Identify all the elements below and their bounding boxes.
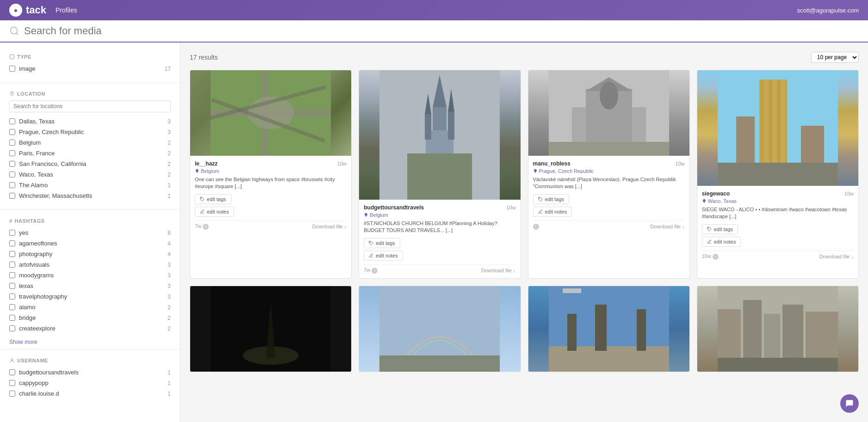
card-3-location: Prague, Czech Republic	[533, 168, 685, 174]
username-budgettoursandtravels[interactable]: budgettoursandtravels 1	[9, 367, 171, 378]
type-image-item[interactable]: image 17	[9, 63, 171, 74]
hashtag-createexplore[interactable]: createexplore 2	[9, 323, 171, 334]
logo-text: tack	[26, 4, 46, 16]
location-pin-icon-2	[364, 213, 368, 217]
hashtag-bridge[interactable]: bridge 2	[9, 312, 171, 323]
location-sf-checkbox[interactable]	[9, 161, 15, 167]
username-cappy-checkbox[interactable]	[9, 380, 15, 386]
location-paris[interactable]: Paris, France 2	[9, 148, 171, 159]
location-winchester[interactable]: Winchester, Massachusetts 1	[9, 190, 171, 201]
username-charlie[interactable]: charlie.louise.d 1	[9, 388, 171, 399]
username-cappypopp[interactable]: cappypopp 1	[9, 378, 171, 388]
type-image-count: 17	[165, 66, 171, 72]
user-email: scott@agorapulse.com	[797, 7, 859, 14]
card-1-body: le__hazz 10w Belgium One can see the Bel…	[190, 156, 351, 234]
card-1-user-row: le__hazz 10w	[195, 160, 347, 167]
hashtag-texas-checkbox[interactable]	[9, 283, 15, 289]
hashtag-travelphotography[interactable]: travelphotography 3	[9, 291, 171, 302]
logo-icon: ●	[9, 4, 22, 17]
svg-point-0	[11, 27, 18, 34]
hashtag-bridge-checkbox[interactable]	[9, 315, 15, 321]
notes-icon-2	[369, 253, 373, 258]
card-3-edit-notes-button[interactable]: edit notes	[533, 207, 572, 217]
card-3-edit-tags-button[interactable]: edit tags	[533, 194, 570, 204]
card-1-edit-tags-button[interactable]: edit tags	[195, 194, 231, 204]
card-2-time: 10w	[506, 205, 515, 210]
card-6	[359, 286, 521, 372]
card-2-edit-tags-button[interactable]: edit tags	[364, 238, 400, 248]
svg-rect-2	[10, 55, 14, 59]
hashtag-agameoftones-checkbox[interactable]	[9, 240, 15, 246]
location-prague-checkbox[interactable]	[9, 129, 15, 135]
hashtag-artofvisuals[interactable]: artofvisuals 3	[9, 259, 171, 270]
location-pin-icon	[195, 169, 199, 173]
type-section: TYPE image 17	[0, 49, 180, 79]
logo: ● tack	[9, 4, 46, 17]
location-waco[interactable]: Waco, Texas 2	[9, 169, 171, 180]
notes-icon	[200, 209, 205, 214]
hashtag-yes-checkbox[interactable]	[9, 230, 15, 236]
card-3-download[interactable]: Download file ↓	[650, 224, 685, 229]
hashtag-photography[interactable]: photography 4	[9, 249, 171, 259]
hashtag-travelphotography-checkbox[interactable]	[9, 294, 15, 300]
location-alamo[interactable]: The Alamo 1	[9, 180, 171, 190]
chat-bubble-button[interactable]	[840, 394, 859, 413]
hashtag-photography-checkbox[interactable]	[9, 251, 15, 257]
location-sf[interactable]: San Francisco, California 2	[9, 159, 171, 169]
location-search-input[interactable]	[9, 100, 171, 112]
per-page-select[interactable]: 10 per page 25 per page 50 per page	[811, 52, 859, 63]
hashtag-alamo[interactable]: alamo 2	[9, 302, 171, 312]
hashtag-moodygrams-checkbox[interactable]	[9, 272, 15, 278]
card-1-download[interactable]: Download file ↓	[312, 224, 347, 229]
card-3-username: manu_robless	[533, 160, 570, 167]
svg-rect-20	[407, 153, 472, 200]
card-4-body: siegewaco 10w Waco, Texas SIEGE WACO - A…	[697, 186, 858, 264]
location-dallas[interactable]: Dallas, Texas 3	[9, 116, 171, 127]
hashtag-artofvisuals-checkbox[interactable]	[9, 262, 15, 268]
username-charlie-checkbox[interactable]	[9, 391, 15, 397]
svg-rect-57	[718, 358, 838, 372]
card-2-download[interactable]: Download file ↓	[481, 268, 516, 273]
notes-icon-4	[707, 239, 712, 244]
location-alamo-checkbox[interactable]	[9, 182, 15, 188]
card-1-edit-notes-button[interactable]: edit notes	[195, 207, 234, 217]
svg-point-4	[11, 359, 13, 361]
svg-rect-35	[785, 80, 787, 171]
card-4-actions: edit tags edit notes	[702, 224, 854, 247]
svg-rect-50	[563, 288, 581, 293]
results-count: 17 results	[190, 54, 218, 61]
card-4-download[interactable]: Download file ↓	[819, 254, 854, 259]
location-winchester-checkbox[interactable]	[9, 193, 15, 199]
search-bar	[0, 20, 868, 43]
profiles-nav[interactable]: Profiles	[56, 6, 77, 14]
card-3-body: manu_robless 10w Prague, Czech Republic …	[528, 156, 689, 234]
hashtag-agameoftones[interactable]: agameoftones 4	[9, 238, 171, 249]
media-search-input[interactable]	[24, 25, 859, 37]
username-budget-checkbox[interactable]	[9, 369, 15, 375]
main-layout: TYPE image 17 LOCATION Dallas, Texas	[0, 43, 868, 422]
card-4-location: Waco, Texas	[702, 198, 854, 204]
location-paris-checkbox[interactable]	[9, 150, 15, 156]
hashtag-alamo-checkbox[interactable]	[9, 304, 15, 310]
svg-point-11	[201, 198, 201, 198]
card-4-edit-tags-button[interactable]: edit tags	[702, 224, 738, 234]
card-4-edit-notes-button[interactable]: edit notes	[702, 237, 741, 247]
hashtag-createexplore-checkbox[interactable]	[9, 325, 15, 331]
svg-line-1	[16, 33, 18, 35]
hashtag-moodygrams[interactable]: moodygrams 3	[9, 270, 171, 281]
hashtag-texas[interactable]: texas 3	[9, 281, 171, 291]
hashtag-yes[interactable]: yes 8	[9, 227, 171, 238]
search-icon	[9, 26, 19, 36]
location-dallas-checkbox[interactable]	[9, 118, 15, 124]
info-icon-3: i	[533, 224, 539, 230]
show-more-button[interactable]: Show more	[0, 336, 47, 348]
location-belgium-checkbox[interactable]	[9, 140, 15, 146]
location-waco-checkbox[interactable]	[9, 171, 15, 177]
card-2-edit-notes-button[interactable]: edit notes	[364, 251, 403, 261]
location-prague[interactable]: Prague, Czech Republic 3	[9, 127, 171, 137]
svg-rect-26	[572, 107, 586, 144]
location-belgium[interactable]: Belgium 2	[9, 137, 171, 148]
type-image-checkbox[interactable]	[9, 66, 15, 72]
tag-icon-3	[538, 197, 543, 202]
card-8-image	[697, 286, 858, 372]
